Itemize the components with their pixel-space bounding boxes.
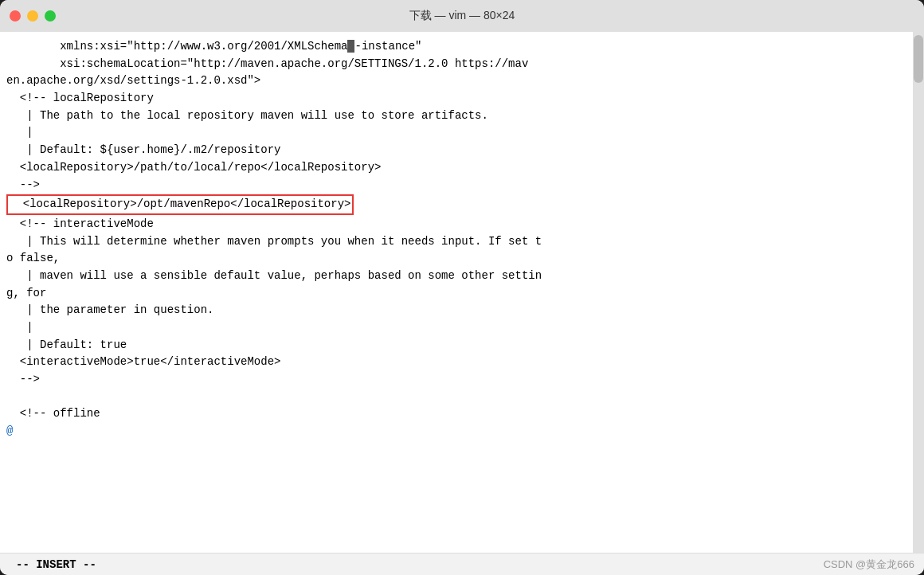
window-title: 下载 — vim — 80×24 (409, 9, 515, 23)
minimize-button[interactable] (27, 10, 38, 22)
vim-mode: -- INSERT -- (16, 558, 96, 571)
line-23: @ (0, 423, 913, 440)
line-3: en.apache.org/xsd/settings-1.2.0.xsd"> (0, 72, 913, 90)
statusbar: -- INSERT -- CSDN @黄金龙666 (0, 553, 924, 575)
line-11: <!-- interactiveMode (0, 216, 913, 233)
close-button[interactable] (10, 10, 21, 22)
line-5: | The path to the local repository maven… (0, 108, 913, 125)
editor-content[interactable]: xmlns:xsi="http://www.w3.org/2001/XMLSch… (0, 32, 913, 553)
line-7: | Default: ${user.home}/.m2/repository (0, 142, 913, 159)
line-13: o false, (0, 250, 913, 268)
line-9: --> (0, 177, 913, 194)
line-21 (0, 389, 913, 406)
titlebar: 下载 — vim — 80×24 (0, 0, 924, 32)
line-20: --> (0, 371, 913, 389)
editor-container: xmlns:xsi="http://www.w3.org/2001/XMLSch… (0, 32, 924, 553)
line-8: <localRepository>/path/to/local/repo</lo… (0, 159, 913, 177)
line-16: | the parameter in question. (0, 302, 913, 319)
highlighted-text: <localRepository>/opt/mavenRepo</localRe… (6, 194, 354, 215)
line-14: | maven will use a sensible default valu… (0, 268, 913, 285)
line-6: | (0, 124, 913, 142)
watermark: CSDN @黄金龙666 (824, 557, 914, 572)
line-18: | Default: true (0, 337, 913, 354)
maximize-button[interactable] (45, 10, 56, 22)
traffic-lights (10, 10, 56, 22)
line-15: g, for (0, 285, 913, 303)
line-22: <!-- offline (0, 405, 913, 423)
window: 下载 — vim — 80×24 xmlns:xsi="http://www.w… (0, 0, 924, 575)
line-1: xmlns:xsi="http://www.w3.org/2001/XMLSch… (0, 38, 913, 56)
scrollbar[interactable] (913, 32, 924, 553)
scrollbar-thumb[interactable] (914, 35, 923, 83)
line-19: <interactiveMode>true</interactiveMode> (0, 354, 913, 371)
line-17: | (0, 319, 913, 337)
line-10-highlighted: <localRepository>/opt/mavenRepo</localRe… (0, 194, 913, 215)
line-12: | This will determine whether maven prom… (0, 233, 913, 251)
line-4: <!-- localRepository (0, 90, 913, 108)
line-2: xsi:schemaLocation="http://maven.apache.… (0, 56, 913, 73)
